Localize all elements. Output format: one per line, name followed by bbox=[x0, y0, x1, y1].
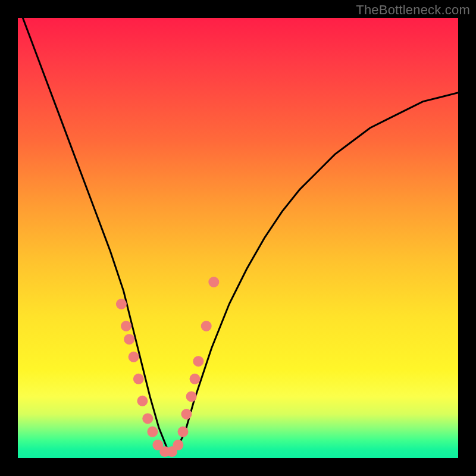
data-marker bbox=[147, 427, 158, 437]
data-marker bbox=[137, 396, 148, 406]
chart-frame: TheBottleneck.com bbox=[0, 0, 476, 476]
data-marker bbox=[208, 277, 219, 287]
data-marker bbox=[193, 356, 203, 367]
data-marker bbox=[124, 334, 134, 345]
curve-path bbox=[18, 18, 458, 449]
watermark-text: TheBottleneck.com bbox=[356, 2, 470, 18]
data-marker bbox=[142, 413, 153, 424]
data-marker bbox=[173, 440, 183, 450]
data-marker bbox=[190, 374, 201, 384]
data-marker bbox=[133, 374, 144, 384]
data-marker bbox=[178, 427, 189, 437]
data-marker bbox=[181, 409, 192, 419]
data-marker bbox=[129, 352, 139, 362]
data-marker bbox=[201, 321, 212, 331]
data-marker bbox=[186, 391, 197, 402]
data-marker bbox=[121, 321, 131, 331]
plot-area bbox=[18, 18, 458, 458]
data-marker bbox=[116, 299, 127, 309]
bottleneck-curve bbox=[18, 18, 458, 458]
